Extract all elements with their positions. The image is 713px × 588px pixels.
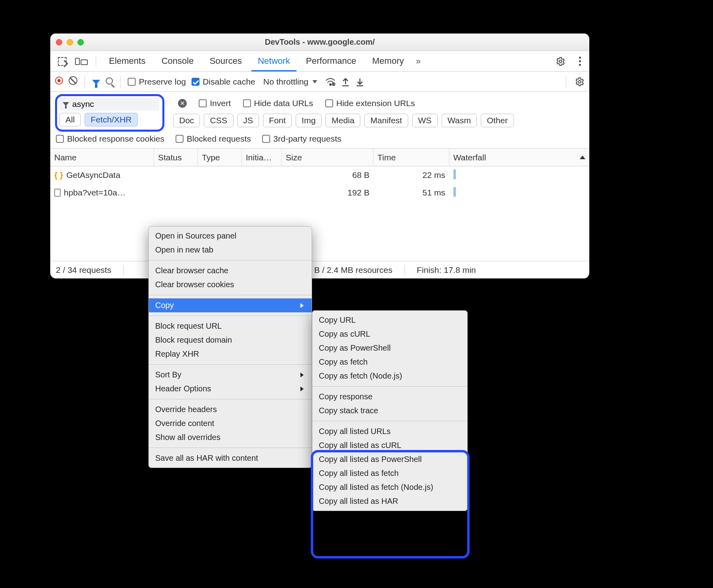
menu-separator <box>149 448 312 448</box>
svg-point-1 <box>330 84 331 85</box>
filter-chip-js[interactable]: JS <box>237 114 259 127</box>
tab-sources[interactable]: Sources <box>203 51 248 71</box>
col-status[interactable]: Status <box>154 149 198 166</box>
filter-chip-wasm[interactable]: Wasm <box>442 114 477 127</box>
tab-memory[interactable]: Memory <box>366 51 410 71</box>
settings-gear-icon[interactable] <box>553 53 569 69</box>
col-type[interactable]: Type <box>198 149 242 166</box>
tab-performance[interactable]: Performance <box>300 51 363 71</box>
request-table-body: { }GetAsyncData68 B22 mshpba?vet=10a…192… <box>50 166 589 201</box>
separator <box>405 265 405 275</box>
file-icon <box>54 189 61 197</box>
filter-chip-all[interactable]: All <box>59 113 81 126</box>
menu-item-copy-as-fetch[interactable]: Copy as fetch <box>312 355 467 369</box>
menu-item-override-content[interactable]: Override content <box>149 416 312 430</box>
third-party-checkbox[interactable]: 3rd-party requests <box>262 134 341 144</box>
devtools-window: DevTools - www.google.com/ ElementsConso… <box>50 34 589 278</box>
request-table-header[interactable]: Name Status Type Initia… Size Time Water… <box>50 149 589 166</box>
filter-chip-fetch-xhr[interactable]: Fetch/XHR <box>85 113 138 126</box>
minimize-window-button[interactable] <box>67 39 73 45</box>
menu-item-label: Show all overrides <box>155 433 220 442</box>
disable-cache-checkbox[interactable]: Disable cache <box>192 77 255 87</box>
filter-chip-media[interactable]: Media <box>326 114 360 127</box>
invert-checkbox[interactable]: Invert <box>199 99 231 108</box>
menu-item-copy-all-listed-as-powershell[interactable]: Copy all listed as PowerShell <box>312 452 467 466</box>
menu-item-open-in-new-tab[interactable]: Open in new tab <box>149 243 312 257</box>
tabs-overflow-button[interactable]: » <box>413 56 423 67</box>
import-har-icon[interactable] <box>341 77 350 87</box>
table-row[interactable]: hpba?vet=10a…192 B51 ms <box>50 184 589 201</box>
filter-input[interactable] <box>59 98 159 110</box>
menu-item-open-in-sources-panel[interactable]: Open in Sources panel <box>149 229 312 243</box>
blocked-requests-checkbox[interactable]: Blocked requests <box>176 134 251 144</box>
network-conditions-icon[interactable] <box>325 77 336 86</box>
menu-item-copy-url[interactable]: Copy URL <box>312 313 467 327</box>
filter-chip-ws[interactable]: WS <box>412 114 438 127</box>
hide-extension-urls-checkbox[interactable]: Hide extension URLs <box>325 99 415 108</box>
record-button[interactable] <box>55 77 63 87</box>
menu-item-copy-response[interactable]: Copy response <box>312 390 467 404</box>
sort-ascending-icon <box>580 156 585 159</box>
throttling-select[interactable]: No throttling <box>261 77 320 87</box>
menu-item-copy-all-listed-as-fetch[interactable]: Copy all listed as fetch <box>312 466 467 480</box>
filter-chip-doc[interactable]: Doc <box>173 114 200 127</box>
json-icon: { } <box>54 170 63 180</box>
menu-item-copy-all-listed-urls[interactable]: Copy all listed URLs <box>312 424 467 438</box>
search-icon[interactable] <box>106 77 113 87</box>
submenu-arrow-icon <box>300 373 304 377</box>
menu-item-clear-browser-cache[interactable]: Clear browser cache <box>149 264 312 278</box>
request-context-menu[interactable]: Open in Sources panelOpen in new tabClea… <box>148 226 312 468</box>
menu-item-copy-stack-trace[interactable]: Copy stack trace <box>312 404 467 418</box>
kebab-menu-icon[interactable] <box>572 53 588 69</box>
copy-submenu[interactable]: Copy URLCopy as cURLCopy as PowerShellCo… <box>312 310 468 511</box>
clear-button[interactable] <box>69 76 77 87</box>
network-settings-gear-icon[interactable] <box>575 77 585 87</box>
menu-item-show-all-overrides[interactable]: Show all overrides <box>149 430 312 444</box>
tab-elements[interactable]: Elements <box>103 51 152 71</box>
hide-data-urls-checkbox[interactable]: Hide data URLs <box>243 99 313 108</box>
menu-item-block-request-url[interactable]: Block request URL <box>149 319 312 333</box>
menu-item-copy-as-powershell[interactable]: Copy as PowerShell <box>312 341 467 355</box>
menu-item-override-headers[interactable]: Override headers <box>149 403 312 416</box>
zoom-window-button[interactable] <box>77 39 84 45</box>
menu-item-copy[interactable]: Copy <box>149 298 312 312</box>
menu-item-label: Sort By <box>155 370 182 379</box>
filter-text-field[interactable] <box>72 99 156 109</box>
menu-item-copy-as-fetch-node-js-[interactable]: Copy as fetch (Node.js) <box>312 369 467 383</box>
filter-chip-other[interactable]: Other <box>481 114 514 127</box>
col-time[interactable]: Time <box>373 149 449 166</box>
menu-item-clear-browser-cookies[interactable]: Clear browser cookies <box>149 278 312 292</box>
close-window-button[interactable] <box>56 39 62 45</box>
menu-item-copy-as-curl[interactable]: Copy as cURL <box>312 327 467 341</box>
menu-item-copy-all-listed-as-curl[interactable]: Copy all listed as cURL <box>312 438 467 452</box>
filter-chip-img[interactable]: Img <box>296 114 322 127</box>
clear-filter-icon[interactable]: ✕ <box>178 99 187 108</box>
preserve-log-checkbox[interactable]: Preserve log <box>128 77 186 87</box>
cell-size: 192 B <box>282 188 373 197</box>
filter-toggle-icon[interactable] <box>92 77 100 87</box>
filter-chip-font[interactable]: Font <box>263 114 292 127</box>
menu-item-copy-all-listed-as-har[interactable]: Copy all listed as HAR <box>312 494 467 508</box>
filter-chip-manifest[interactable]: Manifest <box>364 114 408 127</box>
titlebar: DevTools - www.google.com/ <box>50 34 589 51</box>
tab-console[interactable]: Console <box>155 51 200 71</box>
menu-item-header-options[interactable]: Header Options <box>149 382 312 396</box>
col-waterfall[interactable]: Waterfall <box>449 149 589 166</box>
menu-item-replay-xhr[interactable]: Replay XHR <box>149 347 312 361</box>
menu-item-save-all-as-har-with-content[interactable]: Save all as HAR with content <box>149 451 312 465</box>
inspect-element-icon[interactable] <box>54 53 70 69</box>
filter-chip-css[interactable]: CSS <box>204 114 233 127</box>
col-name[interactable]: Name <box>50 149 154 166</box>
menu-item-sort-by[interactable]: Sort By <box>149 368 312 382</box>
menu-item-copy-all-listed-as-fetch-node-js-[interactable]: Copy all listed as fetch (Node.js) <box>312 480 467 494</box>
menu-item-block-request-domain[interactable]: Block request domain <box>149 333 312 347</box>
table-row[interactable]: { }GetAsyncData68 B22 ms <box>50 166 589 184</box>
menu-item-label: Clear browser cache <box>155 266 228 275</box>
device-toggle-icon[interactable] <box>73 53 89 69</box>
col-initiator[interactable]: Initia… <box>242 149 282 166</box>
col-size[interactable]: Size <box>282 149 373 166</box>
tab-network[interactable]: Network <box>251 51 296 71</box>
menu-item-label: Copy all listed as HAR <box>319 497 398 506</box>
blocked-cookies-checkbox[interactable]: Blocked response cookies <box>56 134 164 144</box>
export-har-icon[interactable] <box>356 77 364 87</box>
